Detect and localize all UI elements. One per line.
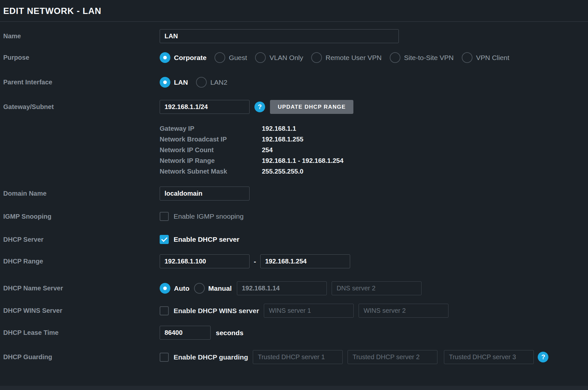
purpose-option-remote-user-vpn[interactable]: Remote User VPN xyxy=(311,52,382,63)
dhcp-server-row: DHCP Server Enable DHCP server xyxy=(0,235,588,244)
dhcp-name-server-label: DHCP Name Server xyxy=(0,285,160,292)
radio-icon[interactable] xyxy=(196,77,207,88)
radio-icon[interactable] xyxy=(255,52,266,63)
name-input[interactable] xyxy=(160,29,399,43)
dhcp-wins-server-checkbox[interactable] xyxy=(160,306,169,315)
radio-icon[interactable] xyxy=(311,52,322,63)
wins-server-1-input[interactable] xyxy=(264,304,354,318)
name-row: Name xyxy=(0,29,588,43)
dhcp-server-checkbox[interactable] xyxy=(160,235,169,244)
purpose-option-corporate[interactable]: Corporate xyxy=(160,52,206,63)
purpose-option-guest[interactable]: Guest xyxy=(214,52,247,63)
parent-interface-row: Parent Interface LAN LAN2 xyxy=(0,77,588,88)
domain-name-row: Domain Name xyxy=(0,187,588,201)
name-label: Name xyxy=(0,32,160,40)
trusted-dhcp-server-2-input[interactable] xyxy=(348,350,437,364)
dhcp-lease-time-row: DHCP Lease Time seconds xyxy=(0,326,588,340)
info-row-subnet-mask: Network Subnet Mask 255.255.255.0 xyxy=(160,166,588,177)
dhcp-range-label: DHCP Range xyxy=(0,258,160,265)
wins-server-2-input[interactable] xyxy=(359,304,448,318)
trusted-dhcp-server-3-input[interactable] xyxy=(444,350,534,364)
edit-network-page: EDIT NETWORK - LAN Name Purpose Corporat… xyxy=(0,0,588,390)
dhcp-server-label: DHCP Server xyxy=(0,236,160,243)
info-row-ip-range: Network IP Range 192.168.1.1 - 192.168.1… xyxy=(160,155,588,166)
radio-selected-icon[interactable] xyxy=(160,77,170,88)
dhcp-range-start-input[interactable] xyxy=(160,254,250,268)
page-title: EDIT NETWORK - LAN xyxy=(0,0,588,17)
help-icon[interactable]: ? xyxy=(254,102,265,112)
info-row-gateway-ip: Gateway IP 192.168.1.1 xyxy=(160,123,588,134)
bottom-strip xyxy=(0,386,588,390)
parent-interface-option-lan2[interactable]: LAN2 xyxy=(196,77,227,88)
radio-selected-icon[interactable] xyxy=(160,283,170,294)
dhcp-range-separator: - xyxy=(254,258,256,265)
dhcp-server-checkbox-label: Enable DHCP server xyxy=(174,236,239,243)
update-dhcp-range-button[interactable]: UPDATE DHCP RANGE xyxy=(270,100,353,114)
domain-name-label: Domain Name xyxy=(0,190,160,197)
trusted-dhcp-server-1-input[interactable] xyxy=(253,350,343,364)
dhcp-name-server-option-manual[interactable]: Manual xyxy=(194,283,232,294)
igmp-snooping-label: IGMP Snooping xyxy=(0,213,160,220)
dhcp-name-server-row: DHCP Name Server Auto Manual xyxy=(0,281,588,295)
parent-interface-label: Parent Interface xyxy=(0,79,160,86)
domain-name-input[interactable] xyxy=(160,187,250,201)
igmp-snooping-checkbox[interactable] xyxy=(160,212,169,221)
dns-server-1-input[interactable] xyxy=(237,281,327,295)
gateway-subnet-input[interactable] xyxy=(160,100,250,114)
radio-icon[interactable] xyxy=(214,52,225,63)
dhcp-guarding-label: DHCP Guarding xyxy=(0,353,160,361)
dhcp-wins-server-label: DHCP WINS Server xyxy=(0,307,160,314)
dhcp-guarding-checkbox[interactable] xyxy=(160,353,169,362)
purpose-label: Purpose xyxy=(0,54,160,61)
radio-selected-icon[interactable] xyxy=(160,52,170,63)
parent-interface-option-lan[interactable]: LAN xyxy=(160,77,188,88)
dhcp-guarding-row: DHCP Guarding Enable DHCP guarding ? xyxy=(0,350,588,364)
title-divider xyxy=(0,21,588,22)
info-row-broadcast-ip: Network Broadcast IP 192.168.1.255 xyxy=(160,134,588,145)
help-icon[interactable]: ? xyxy=(538,352,548,362)
dhcp-lease-time-unit: seconds xyxy=(216,329,243,337)
gateway-subnet-row: Gateway/Subnet ? UPDATE DHCP RANGE xyxy=(0,100,588,114)
dhcp-lease-time-input[interactable] xyxy=(160,326,211,340)
gateway-subnet-label: Gateway/Subnet xyxy=(0,103,160,111)
radio-icon[interactable] xyxy=(390,52,400,63)
radio-icon[interactable] xyxy=(194,283,205,294)
radio-icon[interactable] xyxy=(462,52,472,63)
dhcp-wins-server-row: DHCP WINS Server Enable DHCP WINS server xyxy=(0,304,588,318)
purpose-option-vlan-only[interactable]: VLAN Only xyxy=(255,52,303,63)
purpose-option-site-to-site-vpn[interactable]: Site-to-Site VPN xyxy=(390,52,454,63)
purpose-option-vpn-client[interactable]: VPN Client xyxy=(462,52,509,63)
dhcp-range-end-input[interactable] xyxy=(260,254,350,268)
dhcp-guarding-checkbox-label: Enable DHCP guarding xyxy=(174,353,248,361)
igmp-snooping-checkbox-label: Enable IGMP snooping xyxy=(174,213,244,220)
dhcp-wins-server-checkbox-label: Enable DHCP WINS server xyxy=(174,307,259,315)
dns-server-2-input[interactable] xyxy=(332,281,422,295)
info-row-ip-count: Network IP Count 254 xyxy=(160,145,588,155)
dhcp-range-row: DHCP Range - xyxy=(0,254,588,268)
purpose-row: Purpose Corporate Guest VLAN Only Remote… xyxy=(0,52,588,63)
dhcp-lease-time-label: DHCP Lease Time xyxy=(0,329,160,336)
dhcp-name-server-option-auto[interactable]: Auto xyxy=(160,283,190,294)
network-info-block: Gateway IP 192.168.1.1 Network Broadcast… xyxy=(0,123,588,177)
igmp-snooping-row: IGMP Snooping Enable IGMP snooping xyxy=(0,212,588,221)
